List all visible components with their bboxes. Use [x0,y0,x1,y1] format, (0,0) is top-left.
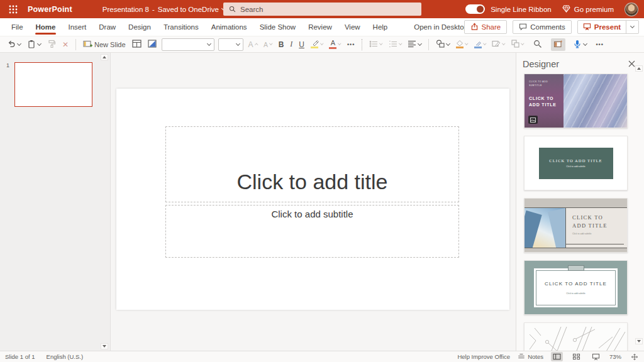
search-icon [229,4,236,15]
design-suggestion-5[interactable] [524,322,628,351]
chevron-down-icon [502,42,506,45]
tab-review[interactable]: Review [302,18,338,36]
design-suggestion-1[interactable]: Click to add subtitle CLICK TO ADD TITLE [524,74,628,128]
premium-diamond-icon [562,5,570,14]
paste-button[interactable] [25,38,43,51]
notes-toggle[interactable]: Notes [518,353,543,361]
tab-transitions[interactable]: Transitions [157,18,205,36]
undo-button[interactable] [4,38,23,51]
shape-fill-icon [456,40,464,48]
tab-insert[interactable]: Insert [62,18,92,36]
arrange-button [509,38,526,50]
shapes-icon [436,40,445,49]
font-color-icon: A [329,40,336,49]
comments-button[interactable]: Comments [513,20,572,34]
underline-button[interactable]: U [296,39,307,50]
toggle-knob [477,6,484,13]
design1-text-band: Click to add subtitle CLICK TO ADD TITLE [525,74,564,128]
chevron-down-icon [320,42,323,45]
italic-button[interactable]: I [287,38,295,50]
status-bar: Slide 1 of 1 English (U.S.) Help Improve… [0,351,644,362]
ribbon-divider [428,39,429,50]
align-button[interactable] [405,39,424,50]
go-premium-button[interactable]: Go premium [562,5,614,14]
bullets-button [367,39,385,50]
more-font-options-button[interactable]: ••• [345,40,357,49]
clipboard-icon [27,40,36,50]
tab-design[interactable]: Design [122,18,157,36]
search-box[interactable] [223,3,421,16]
designer-icon [553,40,563,50]
design-suggestion-4[interactable]: CLICK TO ADD TITLE Click to add subtitle [524,260,628,315]
font-color-button[interactable]: A [326,38,343,50]
designer-ribbon-button[interactable] [551,38,565,51]
topbar-right: Single Line Ribbon Go premium [465,0,638,18]
font-name-select[interactable] [162,38,214,51]
present-options-dropdown[interactable] [626,21,638,33]
chevron-down-icon [465,42,469,45]
layout-icon [132,40,142,49]
dictate-button[interactable] [570,38,589,51]
design-suggestion-3[interactable]: CLICK TO ADD TITLE Click to add subtitle [524,198,628,253]
designer-scroll-down-button[interactable] [635,338,643,344]
bold-button[interactable]: B [276,39,287,50]
picture-badge-icon [528,116,538,124]
chevron-down-icon [17,41,21,45]
tab-file[interactable]: File [5,18,30,36]
design-suggestion-2[interactable]: CLICK TO ADD TITLE Click to add subtitle [524,136,628,190]
app-name[interactable]: PowerPoint [28,5,72,14]
workspace: 1 Click to add title Click to add subtit… [0,53,644,351]
single-line-ribbon-toggle[interactable] [465,4,485,14]
theme-icon [148,40,157,49]
shapes-button[interactable] [433,38,452,50]
document-title[interactable]: Presentation 8 - Saved to OneDrive [103,6,225,13]
designer-scroll-up-button[interactable] [635,65,643,72]
theme-design-button[interactable] [145,38,159,50]
doc-title-text: Presentation 8 [103,6,149,13]
present-icon [583,23,591,32]
thumbnail-scroll-down-button[interactable] [101,343,108,349]
fit-slide-to-window-button[interactable] [629,352,640,362]
title-placeholder[interactable]: Click to add title [165,126,459,202]
notes-icon [518,353,525,361]
chevron-down-icon [338,42,341,45]
font-size-select[interactable] [218,38,243,51]
account-avatar[interactable] [625,3,638,16]
new-slide-icon [83,40,92,50]
tab-home[interactable]: Home [30,18,62,36]
slide-thumbnail-selected[interactable] [14,62,92,107]
language-label[interactable]: English (U.S.) [47,353,84,360]
design2-title-block: CLICK TO ADD TITLE Click to add subtitle [539,148,613,179]
highlight-color-button[interactable] [308,39,326,50]
chevron-up-icon [255,44,258,47]
slide-sorter-view-button[interactable] [570,352,582,361]
tab-help[interactable]: Help [367,18,394,36]
tab-view[interactable]: View [338,18,367,36]
new-slide-button[interactable]: New Slide [80,38,128,51]
share-button[interactable]: Share [464,20,508,34]
grow-font-button: A [246,39,260,50]
tab-draw[interactable]: Draw [92,18,122,36]
tab-animations[interactable]: Animations [205,18,253,36]
chevron-down-icon [380,42,383,45]
slideshow-view-button[interactable] [590,352,602,362]
app-launcher-icon[interactable] [5,0,21,18]
search-input[interactable] [240,6,416,13]
chevron-down-icon [483,42,486,45]
ribbon-toolbar: ✕ New Slide A A B I U [0,36,644,53]
find-button[interactable] [531,38,545,51]
slide-editing-surface[interactable]: Click to add title Click to add subtitle [116,89,509,310]
help-improve-office-link[interactable]: Help Improve Office [457,353,510,360]
design3-top-band [525,199,627,208]
thumbnail-scroll-up-button[interactable] [101,54,108,60]
chevron-down-icon [37,41,42,45]
layout-button[interactable] [130,38,144,50]
normal-view-button[interactable] [551,352,563,361]
zoom-level-label[interactable]: 73% [609,353,621,360]
subtitle-placeholder[interactable]: Click to add subtitle [165,205,459,258]
tab-slide-show[interactable]: Slide Show [253,18,303,36]
ribbon-overflow-button[interactable]: ••• [593,40,606,49]
design4-frame-card: CLICK TO ADD TITLE Click to add subtitle [534,268,618,307]
present-button[interactable]: Present [578,21,626,33]
chevron-down-icon [236,41,240,45]
